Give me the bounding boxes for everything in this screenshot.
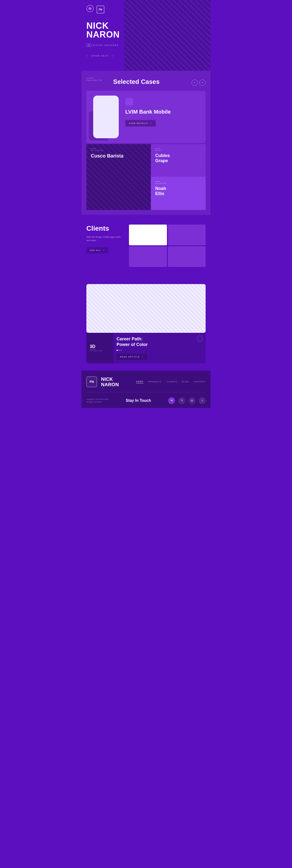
nav-top: PN bbox=[86, 5, 119, 14]
client-cell-3 bbox=[129, 246, 167, 267]
client-cell-1 bbox=[129, 224, 167, 245]
clients-info: Clients Web site design, mobile apps, pr… bbox=[86, 224, 124, 267]
noah-name: Noah Ellis bbox=[155, 186, 201, 196]
footer-copyright: Copyright © 2019 Nick Naron All Rights R… bbox=[86, 398, 109, 403]
clients-title: Clients bbox=[86, 224, 124, 232]
footer-nav-home[interactable]: HOME bbox=[136, 380, 143, 383]
social-facebook-icon[interactable]: f bbox=[199, 397, 206, 404]
noah-tag: BRANDING bbox=[155, 183, 201, 184]
client-cell-2 bbox=[168, 224, 206, 245]
blog-image bbox=[86, 284, 206, 333]
client-cell-4 bbox=[168, 246, 206, 267]
menu-icon bbox=[88, 7, 92, 10]
selected-cases-title: Selected Cases bbox=[113, 78, 191, 86]
designer-icon bbox=[86, 43, 91, 47]
left-arrow-icon: ← bbox=[86, 54, 89, 58]
social-instagram-icon[interactable]: ◎ bbox=[189, 397, 195, 404]
social-email-icon[interactable]: ✉ bbox=[168, 397, 175, 404]
footer: PN NICK NARON HOME PROJECTS CLIENTS BLOG… bbox=[81, 371, 211, 408]
footer-logo-text: PN bbox=[89, 380, 94, 383]
blog-dot-3 bbox=[120, 350, 122, 351]
footer-top: PN NICK NARON HOME PROJECTS CLIENTS BLOG… bbox=[86, 376, 206, 387]
footer-social: ✉ 𝕏 ◎ f bbox=[168, 397, 206, 404]
case-cubies[interactable]: PRINT Cubies Grape bbox=[151, 144, 206, 177]
hero-subtitle: DIGITAL DESIGNER bbox=[86, 43, 119, 47]
cases-bottom: PACKAGING Cusco Barista PRINT Cubies Gra… bbox=[86, 144, 206, 210]
blog-info: ↓ Career Path: Power of Color READ ARTIC… bbox=[113, 333, 206, 363]
footer-logo-box[interactable]: PN bbox=[86, 376, 97, 387]
lvim-info: LVIM Bank Mobile VIEW DETAILS → bbox=[125, 96, 201, 138]
footer-nav: HOME PROJECTS CLIENTS BLOG CONTACT bbox=[136, 380, 206, 383]
case-cusco[interactable]: PACKAGING Cusco Barista bbox=[86, 144, 151, 210]
cusco-name: Cusco Barista bbox=[91, 153, 146, 159]
nav-arrows: ← → bbox=[191, 80, 206, 86]
blog-dot-2 bbox=[118, 350, 120, 351]
projects-label-col: PROJECTS bbox=[86, 78, 113, 82]
stripes-decoration bbox=[124, 0, 211, 71]
view-details-btn[interactable]: VIEW DETAILS → bbox=[125, 120, 156, 127]
clients-desc: Web site design, mobile apps, print and … bbox=[86, 235, 124, 242]
blog-dot-1 bbox=[116, 350, 118, 351]
case-right-col: PRINT Cubies Grape BRANDING Noah Ellis bbox=[151, 144, 206, 210]
blog-dots bbox=[116, 350, 202, 351]
lvim-phone-mockup bbox=[93, 96, 119, 138]
cubies-tag: PRINT bbox=[155, 150, 201, 151]
blog-section: 3D BIRDS COLLECTION ↓ Career Path: Power… bbox=[81, 277, 211, 371]
social-twitter-icon[interactable]: 𝕏 bbox=[178, 397, 185, 404]
noah-tag-line bbox=[155, 181, 160, 182]
menu-button[interactable] bbox=[86, 5, 94, 12]
blog-title: Career Path: Power of Color bbox=[116, 336, 202, 348]
blog-nav-circle[interactable]: ↓ bbox=[197, 336, 203, 342]
prev-arrow-btn[interactable]: ← bbox=[191, 80, 198, 86]
blog-card: 3D BIRDS COLLECTION ↓ Career Path: Power… bbox=[86, 333, 206, 363]
lvim-phone-wrapper bbox=[91, 96, 120, 138]
hero-name: NICK NARON bbox=[86, 22, 119, 39]
logo-box[interactable]: PN bbox=[97, 6, 104, 13]
clients-grid bbox=[129, 224, 206, 267]
hero-section: PN NICK NARON DIGITAL DESIGNER ← SHOW NE… bbox=[81, 0, 211, 71]
lvim-icon-square bbox=[125, 98, 133, 106]
footer-stay-in-touch: Stay In Touch bbox=[126, 398, 151, 403]
projects-section: PROJECTS Selected Cases ← → LVIM Bank Mo… bbox=[81, 71, 211, 215]
footer-name: NICK NARON bbox=[101, 376, 119, 387]
footer-bottom: Copyright © 2019 Nick Naron All Rights R… bbox=[86, 397, 206, 404]
projects-label: PROJECTS bbox=[86, 79, 113, 82]
case-noah[interactable]: BRANDING Noah Ellis bbox=[151, 177, 206, 210]
blog-tag-collection: COLLECTION bbox=[90, 350, 110, 351]
see-all-btn[interactable]: SEE ALL → bbox=[86, 247, 108, 253]
lvim-card: LVIM Bank Mobile VIEW DETAILS → bbox=[86, 91, 206, 143]
view-details-arrow: → bbox=[149, 122, 152, 125]
footer-nav-contact[interactable]: CONTACT bbox=[194, 381, 206, 383]
subtitle-label: DIGITAL DESIGNER bbox=[93, 44, 118, 46]
show-next-label[interactable]: SHOW NEXT bbox=[91, 55, 109, 57]
hero-left: PN NICK NARON DIGITAL DESIGNER ← SHOW NE… bbox=[81, 0, 124, 71]
logo-text: PN bbox=[99, 8, 102, 11]
read-article-btn[interactable]: READ ARTICLE → bbox=[116, 354, 147, 360]
cubies-name: Cubies Grape bbox=[155, 153, 201, 163]
next-arrow-btn[interactable]: → bbox=[199, 80, 206, 86]
clients-section: Clients Web site design, mobile apps, pr… bbox=[81, 215, 211, 277]
show-next-row: ← SHOW NEXT → bbox=[86, 54, 119, 58]
blog-tag-col: 3D BIRDS COLLECTION bbox=[86, 333, 113, 363]
hero-right-bg bbox=[124, 0, 211, 71]
footer-nav-blog[interactable]: BLOG bbox=[182, 381, 189, 383]
lvim-title: LVIM Bank Mobile bbox=[125, 109, 201, 115]
footer-nav-projects[interactable]: PROJECTS bbox=[148, 381, 161, 383]
right-arrow-icon: → bbox=[111, 54, 114, 58]
projects-header: PROJECTS Selected Cases ← → bbox=[86, 78, 206, 86]
cusco-tag: PACKAGING bbox=[91, 150, 146, 151]
footer-nav-clients[interactable]: CLIENTS bbox=[167, 381, 177, 383]
blog-tag-3d: 3D bbox=[90, 344, 110, 349]
